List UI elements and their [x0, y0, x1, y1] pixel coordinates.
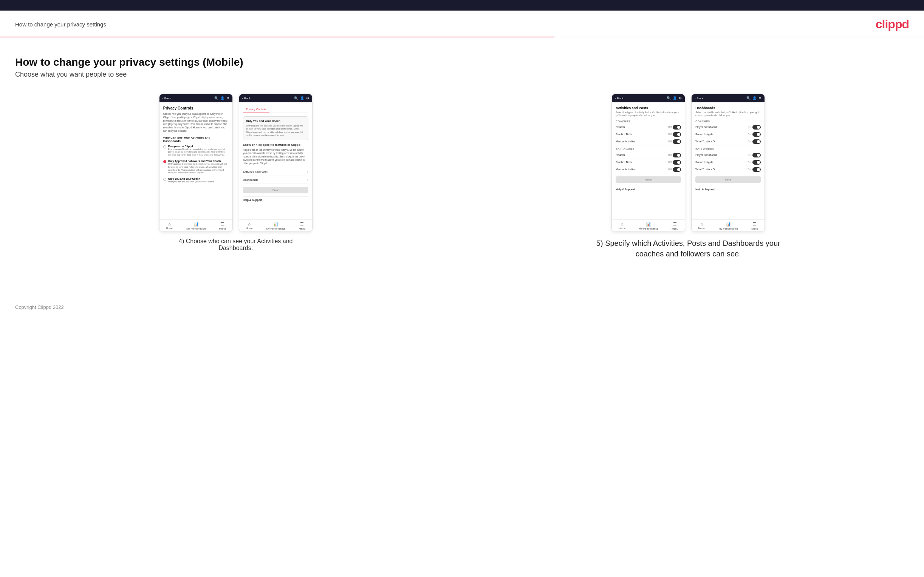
- search-icon-4[interactable]: 🔍: [746, 96, 751, 100]
- footer-home-label: Home: [166, 227, 173, 230]
- help-support-4: Help & Support: [695, 186, 761, 191]
- phone-4-body: Dashboards Select the dashboards that yo…: [691, 102, 764, 219]
- header-divider: [0, 37, 924, 37]
- tab-privacy-controls[interactable]: Privacy Controls: [243, 106, 270, 113]
- chevron-icon-2: ›: [307, 178, 309, 182]
- menu-icon-2: ☰: [300, 222, 304, 227]
- footer-home-1[interactable]: ⌂ Home: [166, 222, 173, 230]
- toggle-round-insights-coaches-switch[interactable]: [753, 132, 761, 137]
- caption-1: 4) Choose who can see your Activities an…: [170, 238, 302, 251]
- toggle-rounds-followers[interactable]: Rounds ON: [615, 152, 681, 159]
- toggle-player-dash-followers-switch[interactable]: [753, 153, 761, 158]
- footer-home-2[interactable]: ⌂ Home: [246, 222, 253, 230]
- back-button-3[interactable]: ‹ Back: [615, 97, 624, 100]
- manual-label-coaches: Manual Activities: [615, 140, 635, 143]
- footer-performance-2[interactable]: 📊 My Performance: [266, 222, 285, 230]
- toggle-manual-coaches-switch[interactable]: [673, 139, 681, 144]
- save-button-2[interactable]: Save: [243, 187, 309, 193]
- toggle-rounds-followers-switch[interactable]: [673, 153, 681, 158]
- phone-1-nav: ‹ Back 🔍 👤 ⚙: [160, 94, 233, 102]
- rounds-label-coaches: Rounds: [615, 126, 625, 128]
- back-button-1[interactable]: ‹ Back: [163, 97, 171, 100]
- search-icon[interactable]: 🔍: [214, 96, 218, 100]
- toggle-round-insights-followers-switch[interactable]: [753, 160, 761, 164]
- toggle-what-to-work-coaches-switch[interactable]: [753, 139, 761, 144]
- nav-icons-1: 🔍 👤 ⚙: [214, 96, 229, 100]
- menu-icon-4: ☰: [753, 222, 757, 227]
- footer-performance-label-3: My Performance: [639, 227, 658, 230]
- toggle-rounds-coaches-switch[interactable]: [673, 125, 681, 129]
- phone-2-footer: ⌂ Home 📊 My Performance ☰ Menu: [239, 219, 312, 232]
- toggle-manual-followers-switch[interactable]: [673, 167, 681, 172]
- toggle-drills-followers-switch[interactable]: [673, 160, 681, 164]
- main-content: How to change your privacy settings (Mob…: [0, 49, 924, 282]
- toggle-drills-coaches-switch[interactable]: [673, 132, 681, 137]
- toggle-what-to-work-followers[interactable]: What To Work On ON: [695, 166, 761, 173]
- toggle-player-dash-coaches-switch[interactable]: [753, 125, 761, 129]
- toggle-manual-coaches[interactable]: Manual Activities ON: [615, 138, 681, 145]
- footer-home-label-4: Home: [698, 227, 706, 230]
- profile-icon-3[interactable]: 👤: [673, 96, 677, 100]
- back-button-4[interactable]: ‹ Back: [695, 97, 703, 100]
- footer-menu-3[interactable]: ☰ Menu: [672, 222, 678, 230]
- toggle-drills-coaches[interactable]: Practice Drills ON: [615, 131, 681, 138]
- footer-menu-1[interactable]: ☰ Menu: [219, 222, 226, 230]
- toggle-player-dash-followers[interactable]: Player Dashboard ON: [695, 152, 761, 159]
- caption-2: 5) Specify which Activities, Posts and D…: [594, 238, 783, 259]
- phone-3-footer: ⌂ Home 📊 My Performance ☰ Menu: [612, 219, 685, 232]
- footer-menu-2[interactable]: ☰ Menu: [299, 222, 306, 230]
- popup-box: Only You and Your Coach Only you and the…: [243, 116, 309, 140]
- acts-desc: Select the types of activity that you'd …: [615, 111, 681, 118]
- back-button-2[interactable]: ‹ Back: [242, 97, 251, 100]
- rounds-label-followers: Rounds: [615, 154, 625, 156]
- coaches-label-4: COACHES: [695, 120, 761, 123]
- toggle-round-insights-followers[interactable]: Round Insights ON: [695, 159, 761, 166]
- footer-performance-label-4: My Performance: [719, 227, 738, 230]
- radio-everyone-circle: [163, 145, 166, 148]
- who-can-see-title: Who Can See Your Activities and Dashboar…: [163, 136, 229, 143]
- save-button-3[interactable]: Save: [615, 176, 681, 183]
- settings-icon[interactable]: ⚙: [226, 96, 229, 100]
- privacy-controls-desc: Control how you and your data appears to…: [163, 112, 229, 133]
- toggle-what-to-work-coaches[interactable]: What To Work On ON: [695, 138, 761, 145]
- settings-icon-3[interactable]: ⚙: [679, 96, 682, 100]
- phone-1-body: Privacy Controls Control how you and you…: [160, 102, 233, 219]
- footer-home-3[interactable]: ⌂ Home: [619, 222, 626, 230]
- radio-approved[interactable]: Only Approved Followers and Your Coach O…: [163, 160, 229, 174]
- settings-icon-4[interactable]: ⚙: [758, 96, 761, 100]
- toggle-what-to-work-followers-switch[interactable]: [753, 167, 761, 172]
- phone-4: ‹ Back 🔍 👤 ⚙ Dashboards Select the dashb…: [691, 93, 765, 232]
- show-hide-title: Show or hide specific features in Clippd: [243, 143, 309, 147]
- dashboards-title: Dashboards: [695, 106, 761, 110]
- manual-label-followers: Manual Activities: [615, 168, 635, 171]
- page-subtitle: Choose what you want people to see: [15, 71, 909, 79]
- radio-coach-only[interactable]: Only You and Your Coach Only you and the…: [163, 177, 229, 184]
- footer-menu-label-4: Menu: [751, 227, 758, 230]
- menu-dashboards[interactable]: Dashboards ›: [243, 176, 309, 184]
- toggle-drills-followers[interactable]: Practice Drills ON: [615, 159, 681, 166]
- footer-home-4[interactable]: ⌂ Home: [698, 222, 706, 230]
- save-button-4[interactable]: Save: [695, 176, 761, 183]
- profile-icon-4[interactable]: 👤: [753, 96, 757, 100]
- menu-dashboards-label: Dashboards: [243, 178, 258, 182]
- footer-performance-1[interactable]: 📊 My Performance: [186, 222, 205, 230]
- chart-icon-2: 📊: [273, 222, 278, 227]
- menu-icon-3: ☰: [673, 222, 677, 227]
- footer-menu-4[interactable]: ☰ Menu: [751, 222, 758, 230]
- settings-icon-2[interactable]: ⚙: [306, 96, 309, 100]
- profile-icon-2[interactable]: 👤: [300, 96, 304, 100]
- footer-performance-4[interactable]: 📊 My Performance: [719, 222, 738, 230]
- toggle-rounds-coaches[interactable]: Rounds ON: [615, 124, 681, 131]
- search-icon-2[interactable]: 🔍: [294, 96, 298, 100]
- footer-performance-3[interactable]: 📊 My Performance: [639, 222, 658, 230]
- menu-activities[interactable]: Activities and Posts ›: [243, 168, 309, 176]
- profile-icon[interactable]: 👤: [220, 96, 225, 100]
- toggle-round-insights-coaches[interactable]: Round Insights ON: [695, 131, 761, 138]
- search-icon-3[interactable]: 🔍: [667, 96, 671, 100]
- breadcrumb: How to change your privacy settings: [15, 21, 106, 27]
- phone-3-body: Activities and Posts Select the types of…: [612, 102, 685, 219]
- radio-everyone[interactable]: Everyone on Clippd Everyone on Clippd ca…: [163, 145, 229, 157]
- toggle-player-dash-coaches[interactable]: Player Dashboard ON: [695, 124, 761, 131]
- toggle-manual-followers[interactable]: Manual Activities ON: [615, 166, 681, 173]
- phone-4-footer: ⌂ Home 📊 My Performance ☰ Menu: [691, 219, 764, 232]
